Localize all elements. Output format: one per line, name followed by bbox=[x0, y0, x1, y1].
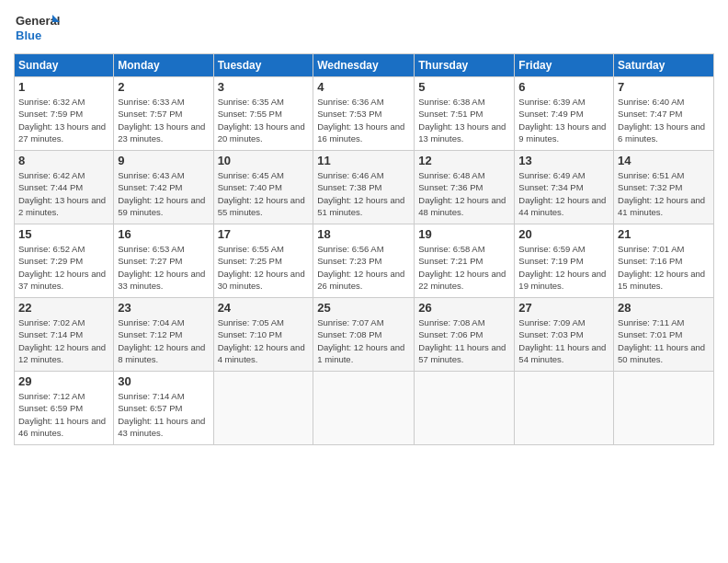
day-number: 5 bbox=[418, 80, 510, 94]
day-info: Sunrise: 6:49 AMSunset: 7:34 PMDaylight:… bbox=[518, 169, 609, 218]
svg-text:Blue: Blue bbox=[16, 29, 41, 42]
day-info: Sunrise: 6:36 AMSunset: 7:53 PMDaylight:… bbox=[317, 96, 410, 144]
day-number: 6 bbox=[518, 80, 609, 94]
calendar-cell: 25Sunrise: 7:07 AMSunset: 7:08 PMDayligh… bbox=[313, 298, 415, 372]
day-number: 10 bbox=[218, 154, 310, 167]
calendar-cell: 19Sunrise: 6:58 AMSunset: 7:21 PMDayligh… bbox=[415, 224, 515, 298]
calendar-cell: 15Sunrise: 6:52 AMSunset: 7:29 PMDayligh… bbox=[15, 224, 114, 298]
calendar-cell: 29Sunrise: 7:12 AMSunset: 6:59 PMDayligh… bbox=[15, 372, 114, 445]
day-info: Sunrise: 7:14 AMSunset: 6:57 PMDaylight:… bbox=[118, 390, 209, 439]
day-info: Sunrise: 7:11 AMSunset: 7:01 PMDaylight:… bbox=[618, 316, 710, 365]
calendar-table: SundayMondayTuesdayWednesdayThursdayFrid… bbox=[14, 53, 714, 445]
day-number: 23 bbox=[118, 301, 209, 315]
day-info: Sunrise: 7:04 AMSunset: 7:12 PMDaylight:… bbox=[118, 316, 209, 365]
calendar-week-row: 22Sunrise: 7:02 AMSunset: 7:14 PMDayligh… bbox=[15, 298, 714, 372]
day-info: Sunrise: 6:43 AMSunset: 7:42 PMDaylight:… bbox=[118, 169, 209, 218]
calendar-cell: 22Sunrise: 7:02 AMSunset: 7:14 PMDayligh… bbox=[15, 298, 114, 372]
day-info: Sunrise: 6:33 AMSunset: 7:57 PMDaylight:… bbox=[118, 96, 209, 144]
day-info: Sunrise: 6:39 AMSunset: 7:49 PMDaylight:… bbox=[518, 96, 609, 144]
calendar-cell: 2Sunrise: 6:33 AMSunset: 7:57 PMDaylight… bbox=[114, 77, 213, 151]
calendar-cell: 18Sunrise: 6:56 AMSunset: 7:23 PMDayligh… bbox=[313, 224, 415, 298]
day-info: Sunrise: 7:08 AMSunset: 7:06 PMDaylight:… bbox=[418, 316, 510, 365]
calendar-week-row: 15Sunrise: 6:52 AMSunset: 7:29 PMDayligh… bbox=[15, 224, 714, 298]
day-info: Sunrise: 6:42 AMSunset: 7:44 PMDaylight:… bbox=[18, 169, 109, 218]
day-number: 22 bbox=[18, 301, 109, 315]
day-info: Sunrise: 6:53 AMSunset: 7:27 PMDaylight:… bbox=[118, 243, 209, 292]
day-number: 8 bbox=[18, 154, 109, 167]
calendar-cell: 16Sunrise: 6:53 AMSunset: 7:27 PMDayligh… bbox=[114, 224, 213, 298]
calendar-cell: 28Sunrise: 7:11 AMSunset: 7:01 PMDayligh… bbox=[614, 298, 714, 372]
calendar-week-row: 8Sunrise: 6:42 AMSunset: 7:44 PMDaylight… bbox=[15, 151, 714, 224]
day-info: Sunrise: 6:59 AMSunset: 7:19 PMDaylight:… bbox=[518, 243, 609, 292]
calendar-cell: 13Sunrise: 6:49 AMSunset: 7:34 PMDayligh… bbox=[515, 151, 614, 224]
day-info: Sunrise: 6:45 AMSunset: 7:40 PMDaylight:… bbox=[218, 169, 310, 218]
calendar-cell: 20Sunrise: 6:59 AMSunset: 7:19 PMDayligh… bbox=[515, 224, 614, 298]
day-info: Sunrise: 6:46 AMSunset: 7:38 PMDaylight:… bbox=[317, 169, 410, 218]
day-number: 11 bbox=[317, 154, 410, 167]
day-number: 24 bbox=[218, 301, 310, 315]
calendar-week-row: 1Sunrise: 6:32 AMSunset: 7:59 PMDaylight… bbox=[15, 77, 714, 151]
day-info: Sunrise: 7:09 AMSunset: 7:03 PMDaylight:… bbox=[518, 316, 609, 365]
day-number: 30 bbox=[118, 374, 209, 388]
day-info: Sunrise: 6:32 AMSunset: 7:59 PMDaylight:… bbox=[18, 96, 109, 144]
day-info: Sunrise: 7:07 AMSunset: 7:08 PMDaylight:… bbox=[317, 316, 410, 365]
day-number: 13 bbox=[518, 154, 609, 167]
day-info: Sunrise: 7:02 AMSunset: 7:14 PMDaylight:… bbox=[18, 316, 109, 365]
calendar-cell: 12Sunrise: 6:48 AMSunset: 7:36 PMDayligh… bbox=[415, 151, 515, 224]
calendar-cell bbox=[313, 372, 415, 445]
calendar-cell: 26Sunrise: 7:08 AMSunset: 7:06 PMDayligh… bbox=[415, 298, 515, 372]
day-number: 18 bbox=[317, 227, 410, 241]
calendar-cell: 27Sunrise: 7:09 AMSunset: 7:03 PMDayligh… bbox=[515, 298, 614, 372]
day-info: Sunrise: 6:38 AMSunset: 7:51 PMDaylight:… bbox=[418, 96, 510, 144]
day-info: Sunrise: 7:12 AMSunset: 6:59 PMDaylight:… bbox=[18, 390, 109, 439]
day-number: 14 bbox=[618, 154, 710, 167]
calendar-cell: 8Sunrise: 6:42 AMSunset: 7:44 PMDaylight… bbox=[15, 151, 114, 224]
day-number: 2 bbox=[118, 80, 209, 94]
calendar-cell: 1Sunrise: 6:32 AMSunset: 7:59 PMDaylight… bbox=[15, 77, 114, 151]
weekday-header-thursday: Thursday bbox=[415, 54, 515, 77]
day-number: 7 bbox=[618, 80, 710, 94]
weekday-header-tuesday: Tuesday bbox=[213, 54, 313, 77]
weekday-header-sunday: Sunday bbox=[15, 54, 114, 77]
weekday-header-wednesday: Wednesday bbox=[313, 54, 415, 77]
day-info: Sunrise: 6:51 AMSunset: 7:32 PMDaylight:… bbox=[618, 169, 710, 218]
day-number: 25 bbox=[317, 301, 410, 315]
calendar-cell: 10Sunrise: 6:45 AMSunset: 7:40 PMDayligh… bbox=[213, 151, 313, 224]
calendar-cell: 23Sunrise: 7:04 AMSunset: 7:12 PMDayligh… bbox=[114, 298, 213, 372]
calendar-cell bbox=[415, 372, 515, 445]
day-info: Sunrise: 6:52 AMSunset: 7:29 PMDaylight:… bbox=[18, 243, 109, 292]
calendar-cell: 6Sunrise: 6:39 AMSunset: 7:49 PMDaylight… bbox=[515, 77, 614, 151]
day-info: Sunrise: 6:55 AMSunset: 7:25 PMDaylight:… bbox=[218, 243, 310, 292]
day-number: 26 bbox=[418, 301, 510, 315]
calendar-cell: 14Sunrise: 6:51 AMSunset: 7:32 PMDayligh… bbox=[614, 151, 714, 224]
day-number: 21 bbox=[618, 227, 710, 241]
calendar-cell bbox=[213, 372, 313, 445]
day-number: 19 bbox=[418, 227, 510, 241]
calendar-cell bbox=[614, 372, 714, 445]
logo-svg: General Blue bbox=[14, 9, 60, 46]
page-container: General Blue SundayMondayTuesdayWednesda… bbox=[0, 0, 728, 454]
day-number: 12 bbox=[418, 154, 510, 167]
logo: General Blue bbox=[14, 9, 60, 46]
day-info: Sunrise: 7:01 AMSunset: 7:16 PMDaylight:… bbox=[618, 243, 710, 292]
day-number: 16 bbox=[118, 227, 209, 241]
day-number: 20 bbox=[518, 227, 609, 241]
calendar-cell: 4Sunrise: 6:36 AMSunset: 7:53 PMDaylight… bbox=[313, 77, 415, 151]
day-number: 29 bbox=[18, 374, 109, 388]
day-number: 9 bbox=[118, 154, 209, 167]
header: General Blue bbox=[14, 9, 714, 46]
day-info: Sunrise: 6:40 AMSunset: 7:47 PMDaylight:… bbox=[618, 96, 710, 144]
calendar-cell: 24Sunrise: 7:05 AMSunset: 7:10 PMDayligh… bbox=[213, 298, 313, 372]
calendar-cell: 21Sunrise: 7:01 AMSunset: 7:16 PMDayligh… bbox=[614, 224, 714, 298]
day-number: 15 bbox=[18, 227, 109, 241]
day-number: 28 bbox=[618, 301, 710, 315]
day-info: Sunrise: 6:35 AMSunset: 7:55 PMDaylight:… bbox=[218, 96, 310, 144]
day-number: 17 bbox=[218, 227, 310, 241]
weekday-header-saturday: Saturday bbox=[614, 54, 714, 77]
weekday-header-monday: Monday bbox=[114, 54, 213, 77]
day-info: Sunrise: 6:58 AMSunset: 7:21 PMDaylight:… bbox=[418, 243, 510, 292]
calendar-cell: 11Sunrise: 6:46 AMSunset: 7:38 PMDayligh… bbox=[313, 151, 415, 224]
calendar-week-row: 29Sunrise: 7:12 AMSunset: 6:59 PMDayligh… bbox=[15, 372, 714, 445]
calendar-cell: 30Sunrise: 7:14 AMSunset: 6:57 PMDayligh… bbox=[114, 372, 213, 445]
day-info: Sunrise: 6:56 AMSunset: 7:23 PMDaylight:… bbox=[317, 243, 410, 292]
